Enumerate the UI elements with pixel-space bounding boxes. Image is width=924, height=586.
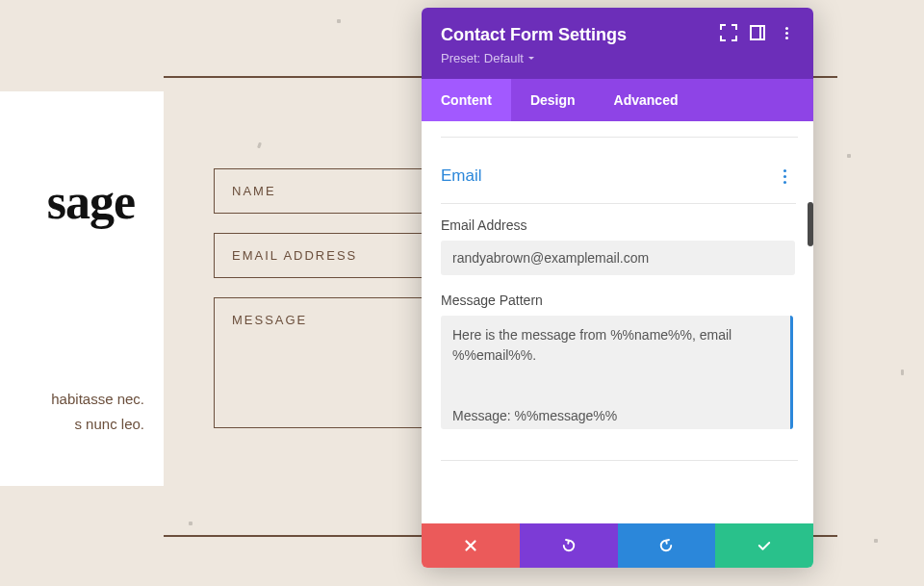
- page-paragraph: habitasse nec. s nunc leo.: [0, 387, 144, 436]
- chevron-down-icon: [527, 55, 535, 63]
- scrollbar-thumb[interactable]: [808, 202, 813, 246]
- tab-advanced[interactable]: Advanced: [595, 79, 698, 121]
- page-card: sage habitasse nec. s nunc leo.: [0, 91, 164, 486]
- undo-icon: [560, 537, 578, 554]
- modal-body: Email Email Address Message Pattern: [422, 121, 813, 523]
- email-address-input[interactable]: [441, 241, 795, 275]
- more-options-icon[interactable]: [779, 25, 794, 40]
- cancel-button[interactable]: [422, 523, 520, 568]
- section-divider: [441, 203, 796, 204]
- message-pattern-label: Message Pattern: [441, 293, 798, 308]
- redo-icon: [657, 537, 675, 554]
- email-address-label: Email Address: [441, 217, 798, 233]
- modal-title: Contact Form Settings: [441, 25, 627, 45]
- undo-button[interactable]: [520, 523, 618, 568]
- section-email-toggle[interactable]: Email: [441, 166, 482, 186]
- modal-header: Contact Form Settings Preset: Default: [422, 8, 813, 79]
- settings-modal: Contact Form Settings Preset: Default Co…: [422, 8, 813, 568]
- tab-content[interactable]: Content: [422, 79, 511, 121]
- section-divider-bottom: [441, 460, 798, 461]
- preset-label: Preset: Default: [441, 51, 524, 65]
- confirm-button[interactable]: [715, 523, 813, 568]
- page-heading: sage: [47, 173, 135, 230]
- redo-button[interactable]: [618, 523, 716, 568]
- panel-toggle-icon[interactable]: [750, 25, 765, 40]
- section-divider-top: [441, 137, 798, 138]
- message-pattern-input[interactable]: [441, 316, 793, 429]
- modal-tabs: Content Design Advanced: [422, 79, 813, 121]
- tab-design[interactable]: Design: [511, 79, 595, 121]
- expand-icon[interactable]: [721, 25, 736, 40]
- preset-dropdown[interactable]: Preset: Default: [422, 49, 813, 79]
- close-icon: [462, 537, 479, 554]
- check-icon: [756, 537, 773, 554]
- modal-footer: [422, 523, 813, 568]
- section-options-icon[interactable]: [783, 169, 792, 184]
